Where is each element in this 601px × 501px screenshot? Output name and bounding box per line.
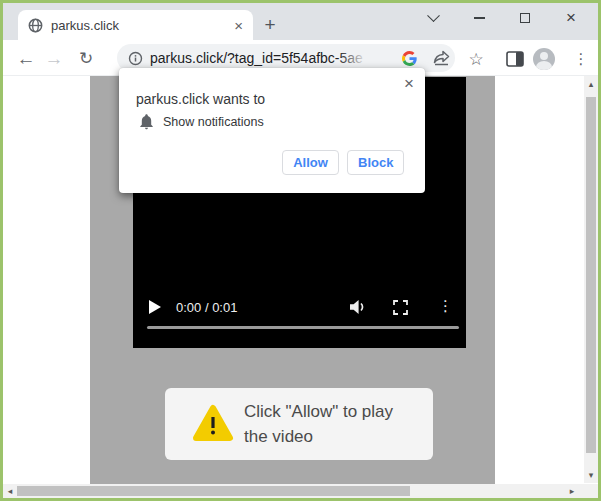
horizontal-scrollbar[interactable]: ◂ ▸ <box>3 484 598 498</box>
reload-button[interactable]: ↻ <box>73 46 99 72</box>
scroll-left-icon[interactable]: ◂ <box>3 484 17 498</box>
side-panel-icon <box>506 51 524 67</box>
warning-line-1: Click "Allow" to play <box>244 399 393 424</box>
back-button[interactable]: ← <box>13 46 39 72</box>
url-fade-overlay <box>338 49 372 67</box>
horizontal-scroll-thumb[interactable] <box>17 486 410 496</box>
volume-icon[interactable] <box>350 299 367 315</box>
permission-row: Show notifications <box>139 114 264 130</box>
new-tab-button[interactable]: + <box>259 15 281 37</box>
scroll-down-icon[interactable]: ▾ <box>584 469 598 481</box>
site-info-icon[interactable] <box>128 51 143 66</box>
permission-label: Show notifications <box>163 115 264 129</box>
window-close-button[interactable]: × <box>548 3 594 33</box>
globe-favicon-icon <box>28 18 43 33</box>
url-display: parkus.click/?tag_id=5f54afbc-5ae <box>150 49 372 67</box>
window-chevron-button[interactable] <box>410 3 456 33</box>
dialog-buttons: Allow Block <box>282 150 404 175</box>
warning-message: Click "Allow" to play the video <box>244 399 393 449</box>
video-overflow-icon[interactable]: ⋮ <box>438 297 453 315</box>
allow-warning-box: Click "Allow" to play the video <box>165 388 433 460</box>
browser-window: parkus.click × + × ← → ↻ parkus.click/?t… <box>0 0 601 501</box>
warning-line-2: the video <box>244 424 393 449</box>
video-time: 0:00 / 0:01 <box>176 300 237 315</box>
window-maximize-button[interactable] <box>502 3 548 33</box>
vertical-scrollbar[interactable]: ▴ ▾ <box>584 76 598 483</box>
scroll-up-icon[interactable]: ▴ <box>584 78 598 90</box>
bell-icon <box>139 114 154 130</box>
forward-button[interactable]: → <box>41 46 67 72</box>
profile-button[interactable] <box>531 46 557 72</box>
browser-tab[interactable]: parkus.click × <box>18 10 253 40</box>
browser-menu-button[interactable]: ⋮ <box>568 46 594 72</box>
maximize-icon <box>520 13 530 23</box>
minimize-icon <box>474 17 485 19</box>
bookmark-star-button[interactable]: ☆ <box>463 46 489 72</box>
dialog-title: parkus.click wants to <box>136 91 265 107</box>
tab-strip: parkus.click × + × <box>3 3 598 40</box>
window-controls: × <box>410 3 594 33</box>
vertical-scroll-thumb[interactable] <box>586 97 596 453</box>
url-text: parkus.click/?tag_id=5f54afbc-5ae <box>150 50 363 66</box>
share-icon[interactable] <box>433 50 450 66</box>
tab-close-icon[interactable]: × <box>234 18 243 33</box>
avatar <box>533 48 555 70</box>
block-button[interactable]: Block <box>347 150 404 175</box>
video-progress-bar[interactable] <box>147 326 459 329</box>
scrollbar-corner <box>581 484 598 498</box>
dialog-close-icon[interactable]: × <box>404 76 414 92</box>
scroll-right-icon[interactable]: ▸ <box>565 484 579 498</box>
notification-permission-dialog: × parkus.click wants to Show notificatio… <box>119 68 425 193</box>
allow-button[interactable]: Allow <box>282 150 339 175</box>
chevron-down-icon <box>427 9 440 22</box>
fullscreen-icon[interactable] <box>393 300 408 315</box>
side-panel-button[interactable] <box>502 46 528 72</box>
window-minimize-button[interactable] <box>456 3 502 33</box>
tab-title: parkus.click <box>51 18 234 33</box>
warning-triangle-icon <box>192 404 234 442</box>
play-icon[interactable] <box>149 300 161 314</box>
google-g-icon[interactable] <box>402 51 417 66</box>
